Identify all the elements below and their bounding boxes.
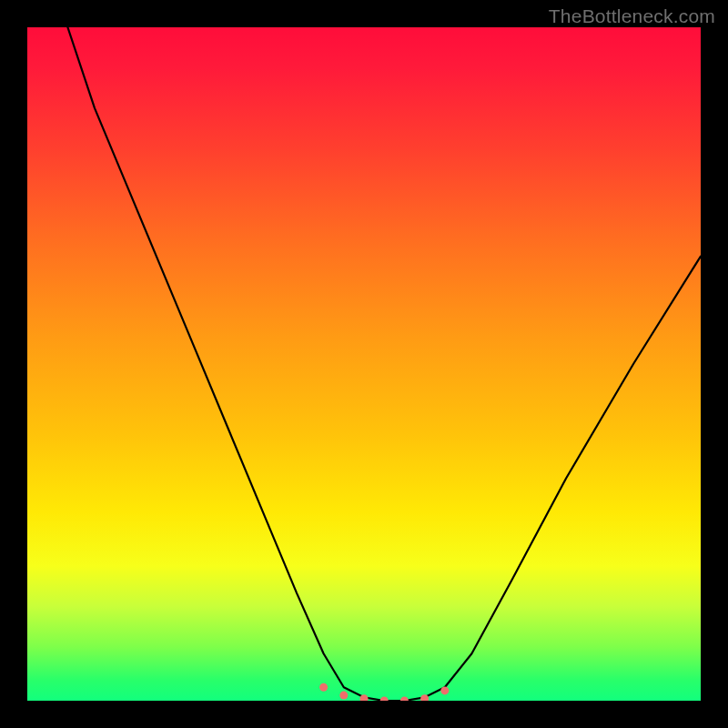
chart-frame: TheBottleneck.com <box>0 0 728 728</box>
plot-area <box>27 27 701 701</box>
sweet-spot-dot <box>440 686 449 694</box>
sweet-spot-markers <box>319 683 449 701</box>
watermark-text: TheBottleneck.com <box>549 5 715 27</box>
sweet-spot-dot <box>380 697 389 702</box>
sweet-spot-dot <box>339 692 348 700</box>
bottleneck-curve-group <box>67 27 701 701</box>
bottleneck-curve <box>67 27 701 701</box>
sweet-spot-dot <box>400 697 409 702</box>
sweet-spot-dot <box>319 683 328 692</box>
chart-svg <box>27 27 701 701</box>
